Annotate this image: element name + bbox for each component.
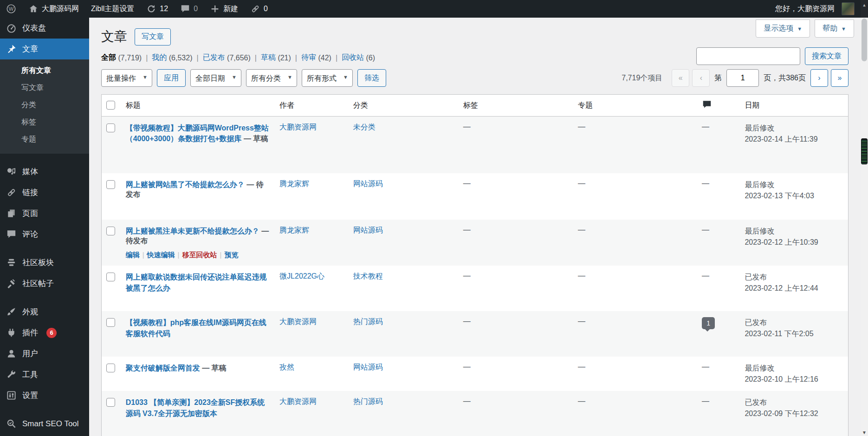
my-account-menu[interactable]: 您好，大鹏资源网 (769, 0, 861, 18)
submenu-topics[interactable]: 专题 (0, 131, 89, 148)
comments-column-icon (702, 99, 712, 110)
sidebar-item-zibll-shop[interactable]: Zibll商城 (0, 434, 89, 436)
browser-scrollbar[interactable]: ▲ ▼ (861, 0, 868, 436)
tags-empty: — (463, 317, 471, 325)
post-author-link[interactable]: 腾龙家辉 (279, 226, 309, 234)
apply-button[interactable]: 应用 (157, 69, 186, 87)
view-trash[interactable]: 回收站 (342, 53, 364, 63)
post-category-link[interactable]: 网站源码 (353, 226, 383, 234)
column-title[interactable]: 标题 (121, 95, 275, 117)
wrench-icon (6, 369, 17, 380)
quick-edit-action[interactable]: 快速编辑 (147, 251, 175, 259)
sidebar-item-smart-seo-tool[interactable]: Smart SEO Tool (0, 413, 89, 434)
scrollbar-thumb[interactable] (862, 19, 867, 61)
view-mine[interactable]: 我的 (152, 53, 167, 63)
new-content-menu[interactable]: 新建 (204, 0, 244, 18)
zibll-theme-settings-menu[interactable]: Zibll主题设置 (85, 0, 140, 18)
post-title-link[interactable]: 聚支付破解版全网首发 (126, 364, 200, 372)
sidebar-item-settings[interactable]: 设置 (0, 385, 89, 406)
select-all-checkbox[interactable] (106, 101, 115, 110)
last-page-button[interactable]: » (831, 69, 849, 87)
post-title-link[interactable]: 【视频教程】php客服在线IM源码网页在线客服软件代码 (126, 319, 266, 337)
post-author-link[interactable]: 大鹏资源网 (279, 318, 317, 325)
help-button[interactable]: 帮助 ▼ (815, 20, 854, 38)
post-category-link[interactable]: 热门源码 (353, 397, 383, 405)
screen-meta-links: 显示选项 ▼ 帮助 ▼ (756, 20, 854, 38)
select-post-checkbox[interactable] (106, 273, 115, 281)
post-author-link[interactable]: 腾龙家辉 (279, 180, 309, 188)
comments-admin-menu[interactable]: 0 (174, 0, 204, 18)
post-title-link[interactable]: 网上赌被网站黑了不给提款怎么办？ (126, 181, 245, 189)
search-posts-button[interactable]: 搜索文章 (805, 47, 849, 65)
post-title-link[interactable]: 网上赌被黑注单未更新不给提款怎么办？ (126, 227, 259, 235)
search-posts-input[interactable] (696, 47, 800, 65)
column-date[interactable]: 日期 (740, 95, 848, 117)
submenu-tags[interactable]: 标签 (0, 114, 89, 131)
submenu-categories[interactable]: 分类 (0, 97, 89, 114)
sidebar-item-comments[interactable]: 评论 (0, 224, 89, 245)
sidebar-item-posts[interactable]: 文章 (0, 39, 89, 59)
action-separator: | (143, 251, 144, 259)
sidebar-item-links[interactable]: 链接 (0, 182, 89, 203)
sidebar-item-plugins[interactable]: 插件 6 (0, 322, 89, 343)
posts-wrap: 文章 写文章 搜索文章 全部 (7,719) | 我的 (6,532) | 已发… (101, 18, 849, 436)
wordpress-logo-menu[interactable]: W (0, 0, 22, 18)
edit-action[interactable]: 编辑 (126, 251, 140, 259)
preview-action[interactable]: 预览 (224, 251, 238, 259)
post-title-link[interactable]: 网上赌取款说数据未回传还说注单延迟违规被黑了怎么办 (126, 273, 267, 292)
post-author-link[interactable]: 大鹏资源网 (279, 123, 317, 131)
updates-menu[interactable]: 12 (140, 0, 174, 18)
prev-page-button[interactable]: ‹ (692, 69, 710, 87)
comment-count-bubble[interactable]: 1 (702, 317, 715, 329)
select-post-checkbox[interactable] (106, 318, 115, 327)
format-filter-select[interactable]: 所有形式 (302, 69, 353, 87)
select-post-checkbox[interactable] (106, 180, 115, 189)
date-filter-select[interactable]: 全部日期 (190, 69, 241, 87)
sidebar-item-dashboard[interactable]: 仪表盘 (0, 18, 89, 39)
sidebar-item-appearance[interactable]: 外观 (0, 301, 89, 322)
post-category-link[interactable]: 网站源码 (353, 363, 383, 371)
post-author-link[interactable]: 微JL2022G心 (279, 272, 324, 280)
table-row: 网上赌取款说数据未回传还说注单延迟违规被黑了怎么办 微JL2022G心 技术教程… (102, 266, 849, 311)
site-name-menu[interactable]: 大鹏源码网 (22, 0, 85, 18)
sidebar-item-community-boards[interactable]: 社区板块 (0, 252, 89, 273)
select-post-checkbox[interactable] (106, 364, 115, 372)
sidebar-item-media[interactable]: 媒体 (0, 161, 89, 182)
post-author-link[interactable]: 大鹏资源网 (279, 397, 317, 405)
post-category-link[interactable]: 网站源码 (353, 180, 383, 188)
sidebar-item-pages[interactable]: 页面 (0, 203, 89, 224)
next-page-button[interactable]: › (810, 69, 828, 87)
view-drafts[interactable]: 草稿 (261, 53, 276, 63)
post-title-link[interactable]: D1033 【简单亲测】2023全新SF授权系统源码 V3.7全开源无加密版本 (126, 398, 265, 417)
trash-action[interactable]: 移至回收站 (182, 251, 217, 259)
scroll-down-arrow-icon[interactable]: ▼ (861, 430, 868, 435)
category-filter-select[interactable]: 所有分类 (246, 69, 297, 87)
screen-options-button[interactable]: 显示选项 ▼ (756, 20, 810, 38)
plus-icon (210, 4, 220, 14)
select-post-checkbox[interactable] (106, 398, 115, 407)
filter-button[interactable]: 筛选 (357, 69, 386, 87)
scroll-up-arrow-icon[interactable]: ▲ (861, 0, 868, 18)
first-page-button[interactable]: « (672, 69, 689, 87)
submenu-add-post[interactable]: 写文章 (0, 79, 89, 97)
sidebar-label-comments: 评论 (22, 229, 38, 240)
view-all[interactable]: 全部 (101, 53, 116, 63)
post-category-link[interactable]: 未分类 (353, 123, 376, 131)
select-post-checkbox[interactable] (106, 227, 115, 235)
links-count-menu[interactable]: 0 (244, 0, 274, 18)
title-row: 文章 写文章 (101, 18, 849, 46)
post-author-link[interactable]: 孜然 (279, 363, 294, 371)
view-pending[interactable]: 待审 (301, 53, 316, 63)
sidebar-item-tools[interactable]: 工具 (0, 364, 89, 385)
select-post-checkbox[interactable] (106, 124, 115, 132)
submenu-all-posts[interactable]: 所有文章 (0, 62, 89, 79)
sidebar-item-users[interactable]: 用户 (0, 343, 89, 364)
bulk-action-select[interactable]: 批量操作 (101, 69, 152, 87)
post-category-link[interactable]: 技术教程 (353, 272, 383, 280)
current-page-input[interactable] (726, 69, 759, 87)
view-published[interactable]: 已发布 (203, 53, 225, 63)
tags-empty: — (463, 363, 471, 371)
post-category-link[interactable]: 热门源码 (353, 318, 383, 325)
add-new-post-button[interactable]: 写文章 (135, 28, 171, 46)
sidebar-item-community-posts[interactable]: 社区帖子 (0, 273, 89, 294)
